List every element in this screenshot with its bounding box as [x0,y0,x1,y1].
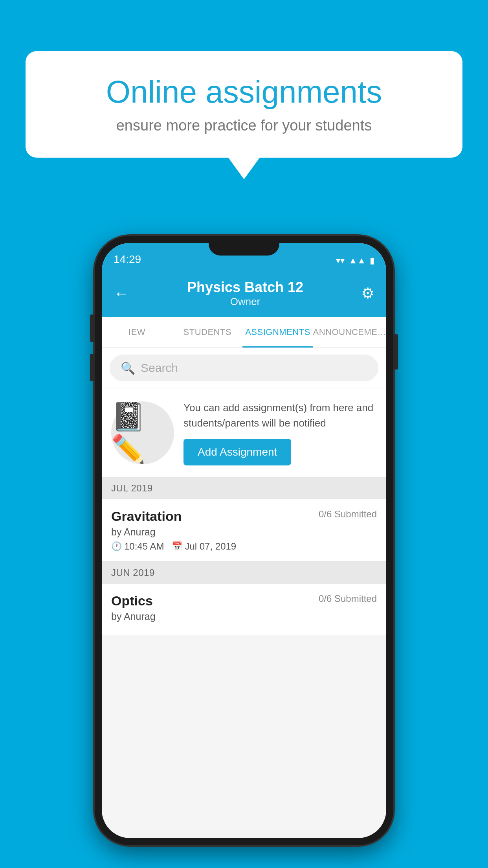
assignment-date-label: Jul 07, 2019 [185,541,236,552]
battery-icon: ▮ [370,256,374,266]
assignment-meta-gravitation: 🕐 10:45 AM 📅 Jul 07, 2019 [111,541,377,552]
app-bar: ← Physics Batch 12 Owner ⚙ [102,270,386,317]
assignment-time-label: 10:45 AM [124,541,164,552]
volume-up-button [90,314,95,342]
tab-assignments-label: ASSIGNMENTS [245,327,310,337]
speech-bubble-container: Online assignments ensure more practice … [26,51,462,179]
tab-students[interactable]: STUDENTS [172,317,242,348]
wifi-icon: ▾▾ [336,256,345,266]
assignment-submitted-gravitation: 0/6 Submitted [319,509,377,520]
phone-container: 14:29 ▾▾ ▲▲ ▮ ← Physics Batch 12 Owner ⚙ [95,236,393,845]
section-header-jul: JUL 2019 [102,477,386,499]
search-input-box[interactable]: 🔍 Search [110,355,378,381]
speech-bubble: Online assignments ensure more practice … [26,51,462,158]
tab-announcements[interactable]: ANNOUNCEME… [313,317,386,348]
search-bar-wrapper: 🔍 Search [102,348,386,388]
status-icons: ▾▾ ▲▲ ▮ [336,256,374,266]
tabs-bar: IEW STUDENTS ASSIGNMENTS ANNOUNCEME… [102,317,386,348]
phone-notch [209,236,279,256]
phone-shell: 14:29 ▾▾ ▲▲ ▮ ← Physics Batch 12 Owner ⚙ [95,236,393,845]
assignment-item-gravitation[interactable]: Gravitation 0/6 Submitted by Anurag 🕐 10… [102,499,386,562]
promo-icon-circle: 📓✏️ [111,401,174,464]
promo-description: You can add assignment(s) from here and … [183,400,377,431]
assignment-title-gravitation: Gravitation [111,509,182,524]
assignment-time-gravitation: 🕐 10:45 AM [111,541,164,552]
signal-icon: ▲▲ [349,256,366,266]
app-bar-subtitle: Owner [187,296,303,308]
tab-announcements-label: ANNOUNCEME… [313,327,386,337]
tab-iew-label: IEW [128,327,145,337]
promo-text-area: You can add assignment(s) from here and … [183,400,377,465]
assignment-author-gravitation: by Anurag [111,526,377,538]
assignment-date-gravitation: 📅 Jul 07, 2019 [172,541,236,552]
back-button[interactable]: ← [114,285,129,302]
section-header-jun: JUN 2019 [102,562,386,584]
speech-bubble-title: Online assignments [53,75,435,109]
calendar-icon: 📅 [172,541,182,552]
assignment-author-optics: by Anurag [111,611,377,622]
speech-bubble-subtitle: ensure more practice for your students [53,117,435,134]
speech-bubble-arrow [228,158,260,179]
volume-down-button [90,354,95,381]
assignment-item-optics[interactable]: Optics 0/6 Submitted by Anurag [102,584,386,635]
app-bar-title: Physics Batch 12 [187,279,303,296]
settings-icon[interactable]: ⚙ [361,285,374,302]
status-time: 14:29 [114,253,141,266]
section-header-jul-label: JUL 2019 [111,483,153,493]
assignment-title-optics: Optics [111,593,153,609]
assignment-item-row1: Gravitation 0/6 Submitted [111,509,377,524]
tab-iew[interactable]: IEW [102,317,172,348]
clock-icon: 🕐 [111,541,122,552]
search-placeholder: Search [141,361,178,375]
add-assignment-button[interactable]: Add Assignment [183,439,291,465]
tab-students-label: STUDENTS [183,327,232,337]
promo-section: 📓✏️ You can add assignment(s) from here … [102,388,386,477]
notebook-icon: 📓✏️ [111,401,174,465]
assignment-submitted-optics: 0/6 Submitted [319,593,377,604]
search-icon: 🔍 [121,361,135,375]
tab-assignments[interactable]: ASSIGNMENTS [242,317,313,348]
assignment-item-row1-optics: Optics 0/6 Submitted [111,593,377,609]
power-button [393,334,398,370]
app-bar-title-area: Physics Batch 12 Owner [187,279,303,308]
content-area: 🔍 Search 📓✏️ You can add assignment(s) f… [102,348,386,635]
section-header-jun-label: JUN 2019 [111,567,155,578]
phone-screen: 14:29 ▾▾ ▲▲ ▮ ← Physics Batch 12 Owner ⚙ [102,243,386,838]
